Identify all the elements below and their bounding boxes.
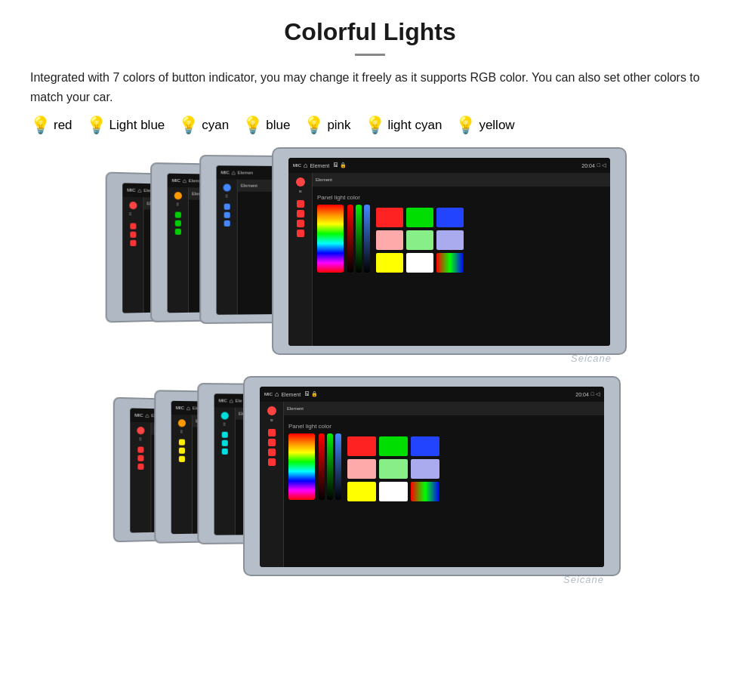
- screen-left-icons-b4: MIC ⌂ Element 🖫 🔒: [264, 390, 318, 398]
- sidebar-btn3-4: [297, 220, 304, 227]
- sidebar-btn2-1: [130, 232, 136, 238]
- sidebar-power-b4: [267, 406, 276, 415]
- screen-right-icons-4: 20:04 □ ◁: [581, 162, 606, 168]
- color-light-cyan: 💡 light cyan: [365, 117, 442, 134]
- rainbow-bar-b4: [288, 433, 315, 500]
- screen-topbar-4: MIC ⌂ Element 🖫 🔒 20:04 □ ◁: [288, 158, 610, 173]
- sidebar-btn2-4: [297, 210, 304, 217]
- color-blue: 💡 blue: [242, 117, 290, 134]
- page-title: Colorful Lights: [30, 18, 710, 46]
- sidebar-power-4: [296, 177, 305, 187]
- screen-sidebar-2: ≡: [168, 187, 189, 313]
- cg-yellow: [376, 253, 403, 273]
- color-cyan: 💡 cyan: [178, 117, 229, 134]
- sidebar-btn3-b1: [137, 464, 143, 470]
- sidebar-power-1: [129, 202, 137, 209]
- color-label-blue: blue: [266, 118, 290, 133]
- sidebar-power-b2: [177, 419, 185, 427]
- home-btn-4: ⌂: [304, 162, 307, 169]
- green-slider-4: [356, 205, 362, 273]
- color-label-yellow: yellow: [479, 118, 514, 133]
- cg-white-b4: [379, 482, 408, 501]
- blue-slider-4: [364, 205, 370, 273]
- bulb-light-cyan: 💡: [365, 117, 385, 134]
- screen-left-icons-b3: MIC ⌂ Ele: [219, 397, 242, 404]
- sidebar-menu-3: ≡: [225, 194, 228, 199]
- screen-title-3: Elemen: [238, 171, 253, 175]
- sidebar-btn2-3: [224, 212, 230, 218]
- sidebar-btn2-b1: [137, 455, 143, 461]
- sidebar-btn1-1: [130, 224, 136, 230]
- screen-title-b4: Element: [281, 392, 301, 397]
- mic-label-b3: MIC: [219, 399, 227, 403]
- sliders-rainbow-b4: [288, 433, 341, 500]
- screen-left-icons-4: MIC ⌂ Element 🖫 🔒: [293, 162, 347, 169]
- home-btn-b2: ⌂: [187, 405, 190, 412]
- color-label-light-blue: Light blue: [109, 118, 165, 133]
- color-label-light-cyan: light cyan: [388, 118, 442, 133]
- screen-main-header-4: Element: [313, 173, 610, 187]
- element-label-b4: Element: [287, 406, 304, 411]
- screen-title-b3: Ele: [236, 399, 242, 403]
- screen-right-icons-b4: 20:04 □ ◁: [575, 391, 600, 397]
- bulb-pink: 💡: [304, 117, 324, 134]
- screen-main-header-b4: Element: [284, 402, 604, 415]
- bulb-yellow: 💡: [455, 117, 476, 134]
- top-cluster-wrapper: MIC ⌂ Elemen ≡: [30, 147, 710, 370]
- color-row: 💡 red 💡 Light blue 💡 cyan 💡 blue 💡 pink …: [30, 117, 710, 134]
- sliders-rainbow-4: [317, 205, 370, 273]
- sidebar-power-2: [174, 192, 181, 199]
- sidebar-btn2-b4: [268, 439, 276, 446]
- home-btn-3: ⌂: [232, 169, 236, 176]
- panel-light-label-b4: Panel light color: [288, 423, 341, 430]
- screen-sidebar-b3: ≡: [214, 408, 236, 535]
- sidebar-btn2-b2: [178, 448, 184, 454]
- screen-sidebar-4: ≡: [288, 173, 313, 346]
- cg-blue: [436, 208, 464, 227]
- page: Colorful Lights Integrated with 7 colors…: [0, 0, 740, 620]
- sidebar-btn3-2: [174, 229, 180, 235]
- element-label-3: Element: [241, 183, 257, 188]
- screen-main-4: Element Panel light color: [313, 173, 610, 346]
- mic-label-b2: MIC: [176, 406, 184, 410]
- screen-sidebar-b1: ≡: [130, 422, 151, 533]
- cg-light-blue: [436, 230, 464, 250]
- sidebar-btn3-3: [224, 220, 230, 227]
- sidebar-menu-2: ≡: [177, 202, 180, 207]
- cg-green-b4: [379, 436, 408, 456]
- sidebar-power-b1: [137, 427, 144, 434]
- sidebar-btn3-b4: [268, 449, 276, 456]
- panel-light-label-4: Panel light color: [317, 194, 370, 201]
- color-pink: 💡 pink: [304, 117, 350, 134]
- sidebar-btn1-4: [297, 200, 304, 208]
- cg-light-green-b4: [379, 459, 408, 479]
- sidebar-btn2-b3: [221, 440, 227, 446]
- home-btn-b3: ⌂: [230, 397, 233, 404]
- nav-icons-4: □ ◁: [597, 162, 606, 168]
- cg-light-blue-b4: [411, 459, 439, 479]
- cg-red: [376, 208, 403, 227]
- color-light-blue: 💡 Light blue: [86, 117, 165, 134]
- mic-label-4: MIC: [293, 163, 301, 168]
- bottom-device-cluster: MIC ⌂ Ele ≡: [113, 376, 627, 591]
- cg-rainbow-b4: [411, 482, 439, 501]
- bulb-cyan: 💡: [178, 117, 199, 134]
- top-device-cluster: MIC ⌂ Elemen ≡: [106, 147, 634, 370]
- cg-red-b4: [347, 436, 376, 456]
- screen-sidebar-1: ≡: [122, 197, 143, 313]
- page-description: Integrated with 7 colors of button indic…: [30, 68, 710, 106]
- sidebar-btn3-b2: [178, 456, 184, 462]
- color-grid-4: [376, 208, 464, 273]
- mic-label-1: MIC: [127, 188, 135, 193]
- time-display-4: 20:04: [581, 163, 595, 168]
- color-label-red: red: [54, 118, 72, 133]
- screen-sidebar-b2: ≡: [171, 415, 193, 534]
- screen-content-4: ≡ Element: [288, 173, 610, 346]
- sidebar-menu-4: ≡: [298, 189, 301, 194]
- sidebar-menu-b1: ≡: [139, 437, 142, 442]
- panel-full-area-4: Panel light color: [313, 187, 610, 346]
- mic-label-b1: MIC: [134, 413, 143, 418]
- screen-icons-4: 🖫 🔒: [333, 162, 347, 168]
- sidebar-menu-b3: ≡: [223, 422, 226, 427]
- cg-white: [406, 253, 433, 273]
